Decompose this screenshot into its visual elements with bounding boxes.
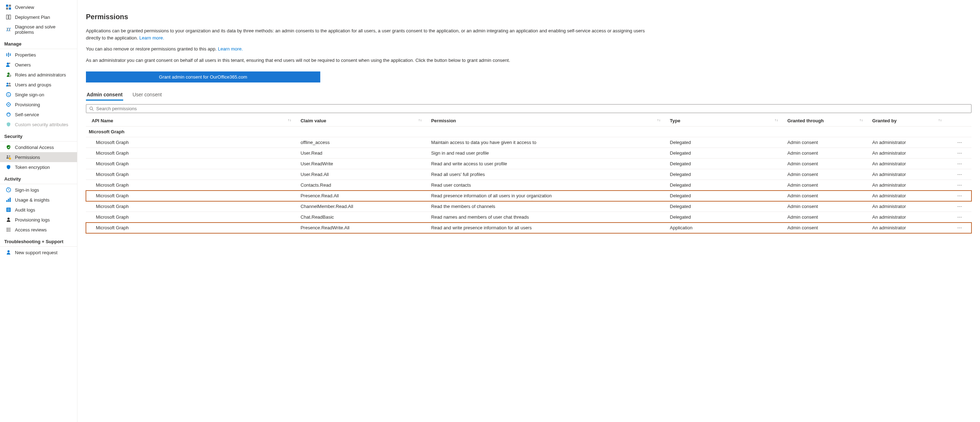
permission-row[interactable]: Microsoft GraphChannelMember.Read.AllRea… [86, 201, 972, 212]
sidebar-item-diagnose-and-solve-problems[interactable]: Diagnose and solve problems [0, 22, 77, 37]
svg-rect-3 [9, 8, 11, 10]
cell-permission: Read and write presence information for … [425, 222, 664, 233]
permission-row[interactable]: Microsoft GraphUser.ReadWriteRead and wr… [86, 158, 972, 169]
permission-row[interactable]: Microsoft GraphPresence.Read.AllRead pre… [86, 190, 972, 201]
cell-granted-by: An administrator [867, 137, 945, 148]
intro-text-1: Applications can be granted permissions … [86, 28, 645, 40]
sidebar-item-access-reviews[interactable]: Access reviews [0, 225, 77, 235]
search-permissions-input[interactable] [96, 106, 968, 111]
sort-icon: ↑↓ [418, 118, 422, 122]
signin-icon [6, 187, 11, 193]
cell-granted-by: An administrator [867, 201, 945, 212]
cell-granted-through: Admin consent [782, 212, 867, 222]
token-icon [6, 164, 11, 170]
learn-more-link-1[interactable]: Learn more. [139, 35, 164, 40]
sidebar-item-label: Roles and administrators [15, 72, 66, 77]
cell-granted-through: Admin consent [782, 148, 867, 158]
sort-icon: ↑↓ [775, 118, 778, 122]
row-more-button[interactable]: ⋯ [945, 169, 972, 180]
svg-point-10 [8, 55, 9, 56]
sidebar-item-self-service[interactable]: Self-service [0, 110, 77, 120]
column-header-granted-by[interactable]: Granted by↑↓ [867, 115, 945, 126]
row-more-button[interactable]: ⋯ [945, 222, 972, 233]
search-permissions-box[interactable] [86, 104, 972, 113]
row-more-button[interactable]: ⋯ [945, 201, 972, 212]
permission-row[interactable]: Microsoft Graphoffline_accessMaintain ac… [86, 137, 972, 148]
cell-granted-through: Admin consent [782, 201, 867, 212]
sidebar-item-permissions[interactable]: Permissions [0, 152, 77, 162]
permission-row[interactable]: Microsoft GraphContacts.ReadRead user co… [86, 180, 972, 190]
svg-rect-4 [6, 15, 8, 19]
row-more-button[interactable]: ⋯ [945, 148, 972, 158]
column-header-granted-through[interactable]: Granted through↑↓ [782, 115, 867, 126]
sidebar-item-label: Conditional Access [15, 145, 54, 150]
overview-icon [6, 4, 11, 10]
sidebar-group-troubleshooting-support: Troubleshooting + Support [0, 235, 77, 247]
cell-granted-through: Admin consent [782, 137, 867, 148]
cell-claim-value: Contacts.Read [295, 180, 425, 190]
sidebar-item-token-encryption[interactable]: Token encryption [0, 162, 77, 172]
column-label: Type [670, 118, 680, 123]
sidebar-item-overview[interactable]: Overview [0, 2, 77, 12]
usage-icon [6, 197, 11, 203]
sidebar-item-label: Access reviews [15, 227, 47, 232]
sidebar-item-conditional-access[interactable]: Conditional Access [0, 142, 77, 152]
svg-point-12 [7, 62, 9, 65]
sidebar-item-provisioning[interactable]: Provisioning [0, 99, 77, 110]
sidebar-item-single-sign-on[interactable]: Single sign-on [0, 90, 77, 99]
sidebar: OverviewDeployment PlanDiagnose and solv… [0, 0, 77, 422]
svg-rect-5 [9, 15, 11, 19]
sidebar-item-label: Properties [15, 52, 36, 58]
sidebar-item-sign-in-logs[interactable]: Sign-in logs [0, 185, 77, 195]
sidebar-item-label: Users and groups [15, 82, 51, 88]
column-header-api-name[interactable]: API Name↑↓ [86, 115, 295, 126]
sidebar-item-provisioning-logs[interactable]: Provisioning logs [0, 215, 77, 225]
sidebar-item-owners[interactable]: Owners [0, 60, 77, 70]
cell-api-name: Microsoft Graph [86, 190, 295, 201]
svg-point-22 [7, 155, 8, 157]
sidebar-item-users-and-groups[interactable]: Users and groups [0, 80, 77, 90]
column-header-claim-value[interactable]: Claim value↑↓ [295, 115, 425, 126]
cell-granted-by: An administrator [867, 190, 945, 201]
cell-api-name: Microsoft Graph [86, 148, 295, 158]
sidebar-item-new-support-request[interactable]: New support request [0, 248, 77, 257]
sidebar-item-audit-logs[interactable]: Audit logs [0, 205, 77, 215]
row-more-button[interactable]: ⋯ [945, 180, 972, 190]
column-header-type[interactable]: Type↑↓ [664, 115, 782, 126]
svg-point-15 [9, 75, 11, 77]
svg-point-14 [8, 72, 10, 75]
sidebar-item-deployment-plan[interactable]: Deployment Plan [0, 12, 77, 22]
tab-user-consent[interactable]: User consent [132, 90, 162, 101]
sidebar-item-label: Deployment Plan [15, 14, 50, 20]
row-more-button[interactable]: ⋯ [945, 212, 972, 222]
api-group-label: Microsoft Graph [86, 126, 972, 137]
permission-row[interactable]: Microsoft GraphUser.ReadSign in and read… [86, 148, 972, 158]
tab-admin-consent[interactable]: Admin consent [86, 90, 123, 101]
sidebar-item-properties[interactable]: Properties [0, 50, 77, 60]
cell-granted-by: An administrator [867, 169, 945, 180]
sidebar-item-label: Token encryption [15, 165, 50, 170]
cell-permission: Read names and members of user chat thre… [425, 212, 664, 222]
row-more-button[interactable]: ⋯ [945, 190, 972, 201]
row-more-button[interactable]: ⋯ [945, 137, 972, 148]
cell-permission: Read user contacts [425, 180, 664, 190]
selfservice-icon [6, 112, 11, 117]
sidebar-item-label: Permissions [15, 155, 40, 160]
permission-row[interactable]: Microsoft GraphUser.Read.AllRead all use… [86, 169, 972, 180]
permission-row[interactable]: Microsoft GraphChat.ReadBasicRead names … [86, 212, 972, 222]
sidebar-item-roles-and-administrators[interactable]: Roles and administrators [0, 70, 77, 80]
cell-permission: Maintain access to data you have given i… [425, 137, 664, 148]
permission-row[interactable]: Microsoft GraphPresence.ReadWrite.AllRea… [86, 222, 972, 233]
svg-point-9 [6, 54, 8, 55]
svg-rect-1 [9, 5, 11, 7]
learn-more-link-2[interactable]: Learn more. [218, 46, 243, 51]
sso-icon [6, 92, 11, 98]
cell-granted-by: An administrator [867, 222, 945, 233]
cell-api-name: Microsoft Graph [86, 169, 295, 180]
column-header-permission[interactable]: Permission↑↓ [425, 115, 664, 126]
cell-claim-value: User.ReadWrite [295, 158, 425, 169]
svg-rect-27 [8, 199, 9, 202]
grant-admin-consent-button[interactable]: Grant admin consent for OurOffice365.com [86, 72, 320, 83]
sidebar-item-usage-insights[interactable]: Usage & insights [0, 195, 77, 205]
row-more-button[interactable]: ⋯ [945, 158, 972, 169]
